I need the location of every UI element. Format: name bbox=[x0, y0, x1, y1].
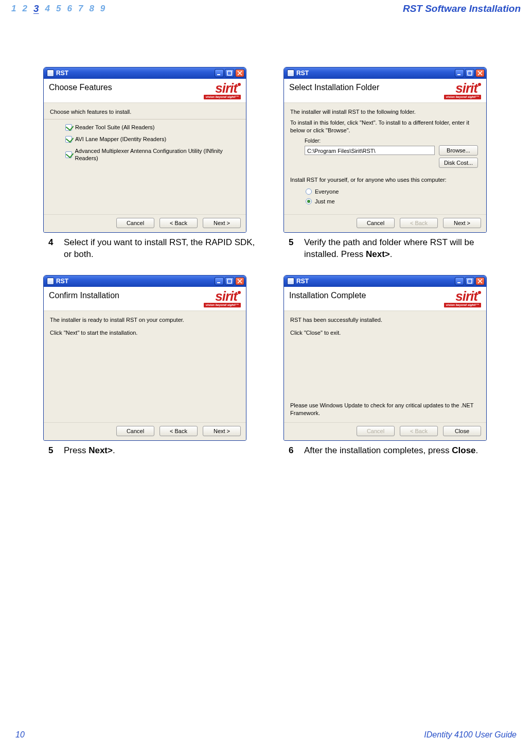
titlebar[interactable]: RST bbox=[44, 67, 246, 79]
dialog-heading: Confirm Installation bbox=[49, 291, 119, 300]
checkbox-icon bbox=[65, 124, 72, 131]
app-icon bbox=[287, 278, 294, 285]
disk-cost-button[interactable]: Disk Cost... bbox=[439, 158, 478, 168]
dialog-heading: Choose Features bbox=[49, 83, 112, 92]
titlebar[interactable]: RST bbox=[284, 67, 486, 79]
minimize-button[interactable] bbox=[215, 277, 224, 285]
cancel-button-disabled: Cancel bbox=[357, 426, 395, 436]
dialog-heading: Installation Complete bbox=[289, 291, 366, 300]
svg-rect-2 bbox=[457, 74, 460, 75]
svg-rect-7 bbox=[468, 279, 472, 283]
chapter-numbers: 1 2 3 4 5 6 7 8 9 bbox=[11, 3, 105, 14]
chapter-4[interactable]: 4 bbox=[45, 4, 50, 14]
chapter-1[interactable]: 1 bbox=[11, 4, 16, 14]
chapter-8[interactable]: 8 bbox=[89, 4, 94, 14]
page-title: RST Software Installation bbox=[403, 3, 521, 14]
intro-text: Choose which features to install. bbox=[50, 108, 240, 116]
minimize-button[interactable] bbox=[455, 277, 464, 285]
everyone-radio[interactable]: Everyone bbox=[306, 188, 480, 196]
browse-button[interactable]: Browse... bbox=[439, 145, 478, 156]
svg-rect-5 bbox=[227, 279, 232, 283]
chapter-6[interactable]: 6 bbox=[67, 4, 72, 14]
text-line-1: The installer will install RST to the fo… bbox=[290, 108, 480, 116]
caption-step-5a: 5 Verify the path and folder where RST w… bbox=[283, 233, 503, 272]
titlebar[interactable]: RST bbox=[44, 276, 246, 287]
window-title: RST bbox=[296, 278, 455, 284]
confirm-installation-dialog: RST Confirm Installation sirit vision be… bbox=[43, 275, 246, 441]
choose-features-dialog: RST Choose Features sirit vision beyond … bbox=[43, 67, 246, 233]
text-line-2: Click "Close" to exit. bbox=[290, 329, 480, 337]
dialog-heading: Select Installation Folder bbox=[289, 83, 379, 92]
svg-rect-0 bbox=[217, 74, 220, 75]
app-icon bbox=[287, 70, 294, 77]
sirit-logo: sirit vision beyond sight!™ bbox=[204, 291, 241, 307]
next-button[interactable]: Next > bbox=[443, 218, 481, 228]
chapter-5[interactable]: 5 bbox=[56, 4, 61, 14]
maximize-button[interactable] bbox=[465, 69, 474, 77]
window-title: RST bbox=[296, 70, 455, 76]
checkbox-icon bbox=[65, 151, 72, 158]
svg-rect-4 bbox=[217, 282, 220, 283]
back-button[interactable]: < Back bbox=[159, 426, 198, 436]
radio-icon bbox=[306, 198, 312, 204]
maximize-button[interactable] bbox=[225, 277, 234, 285]
maximize-button[interactable] bbox=[225, 69, 234, 77]
text-line-1: RST has been successfully installed. bbox=[290, 316, 480, 324]
caption-step-6: 6 After the installation completes, pres… bbox=[283, 441, 503, 468]
maximize-button[interactable] bbox=[465, 277, 474, 285]
cancel-button[interactable]: Cancel bbox=[116, 426, 154, 436]
close-button[interactable] bbox=[235, 277, 244, 285]
next-button[interactable]: Next > bbox=[203, 426, 241, 436]
window-title: RST bbox=[56, 278, 215, 284]
text-line-1: The installer is ready to install RST on… bbox=[50, 316, 240, 324]
app-icon bbox=[47, 278, 54, 285]
chapter-2[interactable]: 2 bbox=[22, 4, 27, 14]
select-folder-dialog: RST Select Installation Folder sirit vis… bbox=[283, 67, 487, 233]
dialog-grid: RST Choose Features sirit vision beyond … bbox=[0, 15, 532, 468]
share-label: Install RST for yourself, or for anyone … bbox=[290, 176, 480, 184]
svg-rect-3 bbox=[468, 71, 472, 75]
sirit-logo: sirit vision beyond sight!™ bbox=[444, 83, 481, 99]
app-icon bbox=[47, 70, 54, 77]
chapter-7[interactable]: 7 bbox=[78, 4, 83, 14]
close-button[interactable] bbox=[235, 69, 244, 77]
feature-checkbox-2[interactable]: AVI Lane Mapper (IDentity Readers) bbox=[65, 135, 240, 143]
justme-radio[interactable]: Just me bbox=[306, 198, 480, 205]
update-note: Please use Windows Update to check for a… bbox=[290, 402, 480, 417]
folder-input[interactable]: C:\Program Files\Sirit\RST\ bbox=[305, 146, 435, 155]
window-title: RST bbox=[56, 70, 215, 76]
feature-checkbox-1[interactable]: Reader Tool Suite (All Readers) bbox=[65, 124, 240, 131]
installation-complete-dialog: RST Installation Complete sirit vision b… bbox=[283, 275, 487, 441]
caption-step-4: 4 Select if you want to install RST, the… bbox=[43, 233, 263, 272]
svg-rect-6 bbox=[457, 282, 460, 283]
svg-rect-1 bbox=[227, 71, 232, 75]
guide-name: IDentity 4100 User Guide bbox=[424, 730, 517, 740]
text-line-2: To install in this folder, click "Next".… bbox=[290, 119, 480, 134]
minimize-button[interactable] bbox=[215, 69, 224, 77]
back-button-disabled: < Back bbox=[400, 218, 438, 228]
page-number: 10 bbox=[15, 730, 25, 740]
close-button[interactable] bbox=[475, 69, 485, 77]
sirit-logo: sirit vision beyond sight!™ bbox=[204, 83, 241, 99]
page-header: 1 2 3 4 5 6 7 8 9 RST Software Installat… bbox=[0, 0, 532, 15]
text-line-2: Click "Next" to start the installation. bbox=[50, 329, 240, 337]
feature-checkbox-3[interactable]: Advanced Multiplexer Antenna Configurati… bbox=[65, 147, 240, 163]
caption-step-5b: 5 Press Next>. bbox=[43, 441, 263, 468]
minimize-button[interactable] bbox=[455, 69, 464, 77]
next-button[interactable]: Next > bbox=[203, 218, 241, 228]
close-dialog-button[interactable]: Close bbox=[443, 426, 481, 436]
close-button[interactable] bbox=[475, 277, 485, 285]
chapter-3-current: 3 bbox=[33, 3, 39, 14]
cancel-button[interactable]: Cancel bbox=[357, 218, 395, 228]
sirit-logo: sirit vision beyond sight!™ bbox=[444, 291, 481, 307]
back-button[interactable]: < Back bbox=[159, 218, 198, 228]
radio-icon bbox=[306, 188, 312, 195]
chapter-9[interactable]: 9 bbox=[100, 4, 105, 14]
checkbox-icon bbox=[65, 136, 72, 143]
page-footer: 10 IDentity 4100 User Guide bbox=[0, 730, 532, 740]
cancel-button[interactable]: Cancel bbox=[116, 218, 154, 228]
folder-label: Folder: bbox=[305, 138, 480, 145]
back-button-disabled: < Back bbox=[400, 426, 438, 436]
titlebar[interactable]: RST bbox=[284, 276, 486, 287]
